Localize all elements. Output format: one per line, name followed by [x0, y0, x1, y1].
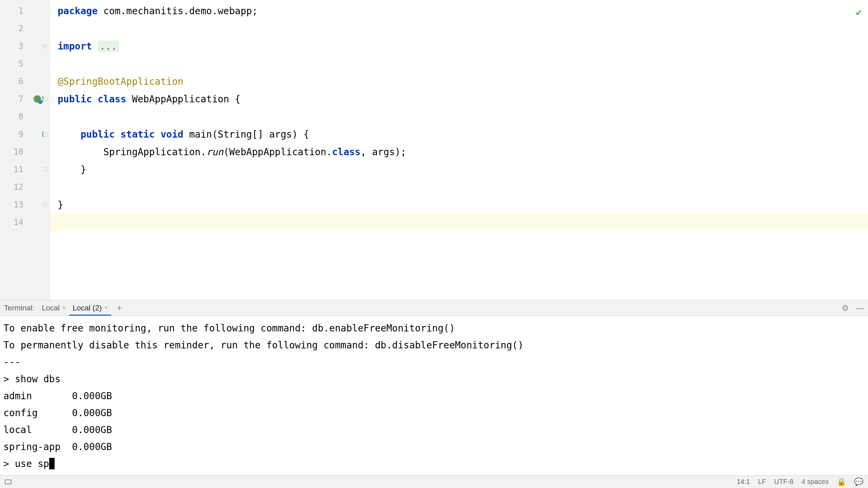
status-bar: 14:1 LF UTF-8 4 spaces 🔒 💬 [0, 475, 868, 488]
line-number: 12 [0, 178, 50, 196]
code-line[interactable]: } [50, 161, 868, 178]
add-terminal-tab[interactable]: + [111, 303, 127, 313]
code-area[interactable]: ✔ package com.mechanitis.demo.webapp;imp… [50, 0, 868, 300]
code-line[interactable]: @SpringBootApplication [50, 73, 868, 90]
gear-icon[interactable]: ⚙ [842, 303, 849, 313]
code-line[interactable] [50, 20, 868, 37]
fold-handle-icon[interactable] [43, 167, 47, 171]
line-number: 7 [0, 90, 50, 108]
line-number: 13 [0, 196, 50, 214]
code-line[interactable]: package com.mechanitis.demo.webapp; [50, 2, 868, 20]
terminal-panel: Terminal: Local×Local (2)× + ⚙ — To enab… [0, 300, 868, 475]
line-number: 9 [0, 125, 50, 143]
line-number: 2 [0, 20, 50, 37]
inspection-ok-icon[interactable]: ✔ [856, 6, 862, 18]
fold-handle-icon[interactable] [43, 203, 47, 207]
tool-window-icon[interactable] [5, 480, 12, 484]
close-icon[interactable]: × [62, 304, 66, 311]
terminal-prompt-line[interactable]: > use sp [3, 455, 865, 472]
line-separator[interactable]: LF [758, 478, 766, 486]
code-line[interactable]: SpringApplication.run(WebAppApplication.… [50, 143, 868, 161]
line-number: 5 [0, 55, 50, 73]
line-number: 1 [0, 2, 50, 20]
gutter: 123567891011121314 [0, 0, 50, 300]
line-number: 8 [0, 108, 50, 125]
fold-handle-icon[interactable] [43, 132, 47, 136]
line-number: 3 [0, 37, 50, 55]
class-run-icon[interactable] [34, 95, 41, 103]
code-line[interactable]: public static void main(String[] args) { [50, 125, 868, 143]
code-line[interactable]: } [50, 196, 868, 214]
code-line[interactable] [50, 108, 868, 125]
code-line[interactable] [50, 178, 868, 196]
code-line[interactable]: public class WebAppApplication { [50, 90, 868, 108]
terminal-output[interactable]: To enable free monitoring, run the follo… [0, 316, 868, 475]
line-number: 14 [0, 214, 50, 231]
code-line[interactable]: import ... [50, 37, 868, 55]
line-number: 11 [0, 161, 50, 178]
code-line[interactable] [50, 55, 868, 73]
lock-icon[interactable]: 🔒 [837, 477, 846, 486]
fold-handle-icon[interactable] [43, 44, 47, 48]
fold-handle-icon[interactable] [43, 97, 47, 101]
line-number: 6 [0, 73, 50, 90]
file-encoding[interactable]: UTF-8 [774, 478, 793, 486]
close-icon[interactable]: × [104, 304, 108, 311]
code-line[interactable] [50, 214, 868, 231]
code-editor[interactable]: 123567891011121314 ✔ package com.mechani… [0, 0, 868, 300]
terminal-tab[interactable]: Local× [38, 300, 69, 316]
feedback-icon[interactable]: 💬 [854, 477, 863, 486]
terminal-label: Terminal: [0, 304, 38, 312]
line-number: 10 [0, 143, 50, 161]
terminal-cursor [49, 458, 55, 469]
terminal-tab-bar: Terminal: Local×Local (2)× + ⚙ — [0, 300, 868, 316]
minimize-icon[interactable]: — [856, 303, 864, 313]
caret-position[interactable]: 14:1 [737, 478, 750, 486]
indent-settings[interactable]: 4 spaces [802, 478, 829, 486]
terminal-tab[interactable]: Local (2)× [69, 300, 111, 316]
